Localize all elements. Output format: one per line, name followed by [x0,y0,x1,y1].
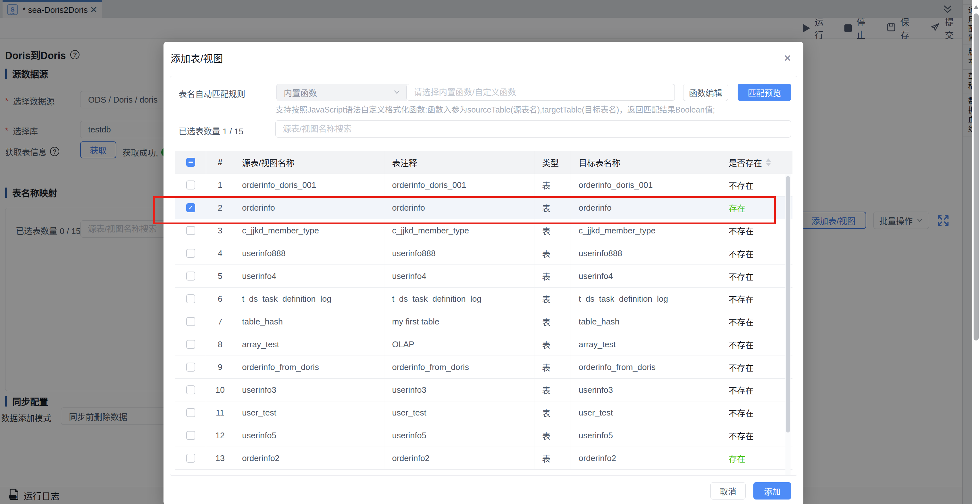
add-button[interactable]: 添加 [753,482,791,499]
match-preview-button[interactable]: 匹配预览 [738,84,791,101]
builtin-function-select[interactable]: 内置函数 [277,84,406,101]
row-exists-status: 不存在 [721,356,792,378]
row-exists-status: 不存在 [721,288,792,310]
row-target-name: table_hash [571,310,721,333]
row-index: 9 [206,356,234,378]
row-checkbox[interactable] [186,340,195,349]
column-comment: 表注释 [384,151,535,174]
column-source-name: 源表/视图名称 [234,151,384,174]
row-source-name: user_test [234,401,384,424]
table-row[interactable]: 4userinfo888userinfo888表userinfo888不存在 [175,242,792,265]
scrollbar-thumb[interactable] [974,13,979,340]
row-target-name: orderinfo_from_doris [571,356,721,378]
modal-title: 添加表/视图 [170,51,223,65]
row-comment: orderinfo_doris_001 [384,174,535,196]
row-index: 12 [206,424,234,447]
row-comment: t_ds_task_definition_log [384,288,535,310]
table-scrollbar[interactable] [786,175,791,475]
column-index: # [206,151,234,174]
row-checkbox[interactable] [186,272,195,281]
header-checkbox-cell [175,151,206,174]
row-index: 8 [206,333,234,356]
row-source-name: userinfo3 [234,378,384,401]
row-exists-status: 不存在 [721,424,792,447]
selected-count-label: 已选表数量 1 / 15 [178,125,243,137]
column-exists[interactable]: 是否存在 [721,151,792,174]
row-type: 表 [535,378,571,401]
select-all-checkbox[interactable] [186,158,195,167]
table-row[interactable]: 11user_testuser_test表user_test不存在 [175,401,792,424]
column-target-name: 目标表名称 [571,151,721,174]
table-header: # 源表/视图名称 表注释 类型 目标表名称 是否存在 [175,151,792,174]
function-input[interactable] [406,84,675,101]
cancel-button[interactable]: 取消 [710,482,746,499]
row-checkbox-cell [175,310,206,333]
table-row[interactable]: 7table_hashmy first table表table_hash不存在 [175,310,792,333]
row-checkbox[interactable] [186,249,195,258]
dashed-divider [175,144,792,144]
row-checkbox[interactable] [186,454,195,463]
column-type: 类型 [535,151,571,174]
table-row[interactable]: 8array_testOLAP表array_test不存在 [175,333,792,356]
row-exists-status: 不存在 [721,378,792,401]
row-type: 表 [535,424,571,447]
table-row[interactable]: 10userinfo3userinfo3表userinfo3不存在 [175,378,792,401]
row-target-name: t_ds_task_definition_log [571,288,721,310]
row-exists-status: 不存在 [721,333,792,356]
row-comment: orderinfo2 [384,447,535,469]
modal-close-icon[interactable]: ✕ [783,52,792,64]
row-source-name: table_hash [234,310,384,333]
row-target-name: userinfo888 [571,242,721,264]
row-comment: user_test [384,401,535,424]
row-type: 表 [535,265,571,287]
row-type: 表 [535,356,571,378]
table-row[interactable]: 9orderinfo_from_dorisorderinfo_from_dori… [175,356,792,378]
row-target-name: user_test [571,401,721,424]
row-type: 表 [535,288,571,310]
row-exists-status: 存在 [721,447,792,469]
window-scrollbar[interactable] [972,0,980,504]
table-search-input[interactable] [275,120,791,138]
row-source-name: userinfo4 [234,265,384,287]
table-row[interactable]: 13orderinfo2orderinfo2表orderinfo2存在 [175,447,792,470]
row-checkbox[interactable] [186,294,195,303]
function-edit-button[interactable]: 函数编辑 [683,84,728,101]
row-index: 7 [206,310,234,333]
row-source-name: array_test [234,333,384,356]
row-source-name: userinfo5 [234,424,384,447]
row-comment: userinfo3 [384,378,535,401]
row-checkbox-cell [175,424,206,447]
row-checkbox[interactable] [186,362,195,372]
row-index: 5 [206,265,234,287]
table-row[interactable]: 6t_ds_task_definition_logt_ds_task_defin… [175,288,792,310]
row-index: 13 [206,447,234,469]
row-checkbox[interactable] [186,385,195,394]
table-row[interactable]: 1orderinfo_doris_001orderinfo_doris_001表… [175,174,792,197]
row-checkbox-cell [175,242,206,264]
row-source-name: t_ds_task_definition_log [234,288,384,310]
table-row[interactable]: 12userinfo5userinfo5表userinfo5不存在 [175,424,792,447]
match-rule-label: 表名自动匹配规则 [178,87,245,99]
annotation-highlight-box [153,196,776,224]
sort-asc-icon[interactable] [766,158,771,162]
table-row[interactable]: 5userinfo4userinfo4表userinfo4不存在 [175,265,792,288]
row-index: 10 [206,378,234,401]
row-comment: my first table [384,310,535,333]
row-comment: userinfo888 [384,242,535,264]
row-checkbox[interactable] [186,431,195,440]
row-checkbox[interactable] [186,226,195,235]
row-target-name: userinfo4 [571,265,721,287]
sort-icons[interactable] [766,158,771,166]
sort-desc-icon[interactable] [766,163,771,166]
row-checkbox[interactable] [186,408,195,417]
row-source-name: userinfo888 [234,242,384,264]
rule-hint-text: 支持按照JavaScript语法自定义格式化函数:函数入参为sourceTabl… [275,103,715,115]
row-checkbox-cell [175,401,206,424]
row-checkbox[interactable] [186,181,195,189]
row-index: 11 [206,401,234,424]
row-checkbox[interactable] [186,317,195,326]
row-source-name: orderinfo_from_doris [234,356,384,378]
scroll-up-arrow-icon[interactable] [974,5,979,9]
table-scrollbar-thumb[interactable] [786,176,790,432]
row-type: 表 [535,447,571,469]
